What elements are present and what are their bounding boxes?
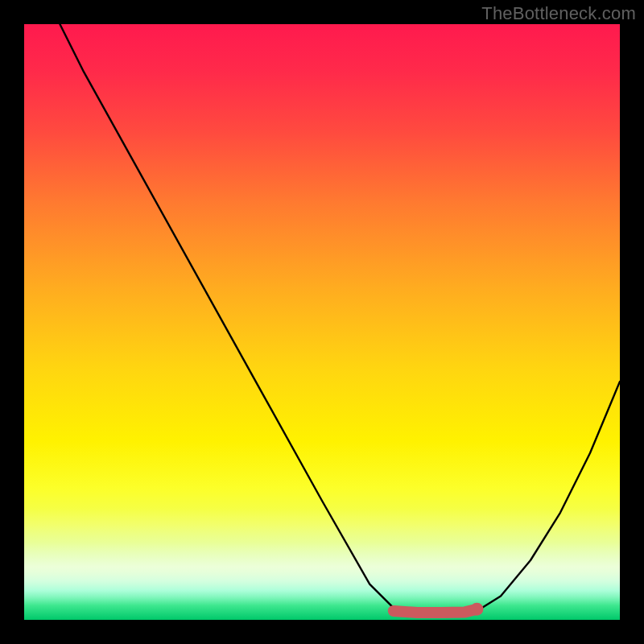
stage: TheBottleneck.com (0, 0, 644, 644)
plot-area (24, 24, 620, 620)
valley-highlight (394, 609, 477, 613)
curves-svg (24, 24, 620, 620)
watermark-text: TheBottleneck.com (481, 3, 636, 24)
valley-end-dot (470, 603, 483, 616)
right-curve (477, 382, 620, 611)
left-curve (60, 24, 405, 611)
